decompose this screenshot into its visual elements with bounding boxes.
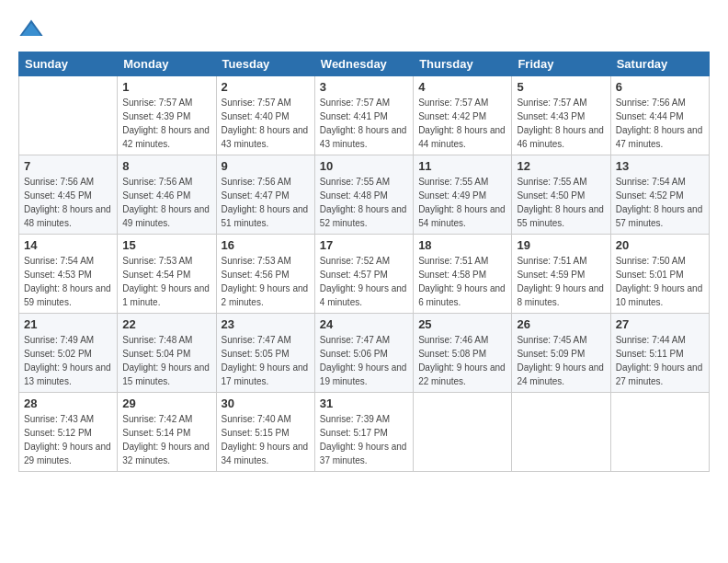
- day-cell: [414, 393, 512, 472]
- day-info: Sunrise: 7:55 AMSunset: 4:48 PMDaylight:…: [320, 175, 408, 230]
- logo: [18, 17, 48, 42]
- day-info: Sunrise: 7:57 AMSunset: 4:39 PMDaylight:…: [122, 96, 210, 151]
- day-number: 22: [122, 317, 210, 331]
- day-cell: 31Sunrise: 7:39 AMSunset: 5:17 PMDayligh…: [314, 393, 413, 472]
- day-number: 25: [418, 317, 506, 331]
- day-cell: 17Sunrise: 7:52 AMSunset: 4:57 PMDayligh…: [314, 235, 413, 314]
- day-number: 20: [616, 238, 704, 252]
- day-cell: 11Sunrise: 7:55 AMSunset: 4:49 PMDayligh…: [414, 155, 512, 235]
- week-row-3: 14Sunrise: 7:54 AMSunset: 4:53 PMDayligh…: [19, 235, 710, 314]
- day-number: 16: [222, 238, 310, 252]
- day-cell: [19, 76, 118, 155]
- day-number: 28: [24, 396, 112, 410]
- day-cell: 24Sunrise: 7:47 AMSunset: 5:06 PMDayligh…: [314, 314, 413, 393]
- day-number: 5: [517, 80, 605, 94]
- day-number: 23: [222, 317, 310, 331]
- day-cell: 6Sunrise: 7:56 AMSunset: 4:44 PMDaylight…: [610, 76, 709, 155]
- day-info: Sunrise: 7:57 AMSunset: 4:41 PMDaylight:…: [320, 96, 408, 151]
- day-cell: 13Sunrise: 7:54 AMSunset: 4:52 PMDayligh…: [610, 155, 709, 235]
- day-cell: 30Sunrise: 7:40 AMSunset: 5:15 PMDayligh…: [216, 393, 314, 472]
- day-info: Sunrise: 7:53 AMSunset: 4:54 PMDaylight:…: [122, 254, 210, 309]
- day-info: Sunrise: 7:57 AMSunset: 4:43 PMDaylight:…: [517, 96, 605, 151]
- day-info: Sunrise: 7:55 AMSunset: 4:50 PMDaylight:…: [517, 175, 605, 230]
- day-number: 19: [517, 238, 605, 252]
- day-header-saturday: Saturday: [610, 52, 709, 76]
- day-number: 26: [517, 317, 605, 331]
- day-info: Sunrise: 7:56 AMSunset: 4:47 PMDaylight:…: [222, 175, 310, 230]
- day-number: 7: [24, 159, 112, 173]
- day-cell: 8Sunrise: 7:56 AMSunset: 4:46 PMDaylight…: [118, 155, 216, 235]
- day-cell: 26Sunrise: 7:45 AMSunset: 5:09 PMDayligh…: [512, 314, 610, 393]
- day-cell: 4Sunrise: 7:57 AMSunset: 4:42 PMDaylight…: [414, 76, 512, 155]
- day-cell: 16Sunrise: 7:53 AMSunset: 4:56 PMDayligh…: [216, 235, 314, 314]
- day-cell: 2Sunrise: 7:57 AMSunset: 4:40 PMDaylight…: [216, 76, 314, 155]
- day-cell: 20Sunrise: 7:50 AMSunset: 5:01 PMDayligh…: [610, 235, 709, 314]
- day-number: 10: [320, 159, 408, 173]
- day-info: Sunrise: 7:47 AMSunset: 5:05 PMDaylight:…: [222, 333, 310, 388]
- day-header-thursday: Thursday: [414, 52, 512, 76]
- day-cell: 28Sunrise: 7:43 AMSunset: 5:12 PMDayligh…: [19, 393, 118, 472]
- day-number: 18: [418, 238, 506, 252]
- day-number: 6: [616, 80, 704, 94]
- day-number: 17: [320, 238, 408, 252]
- day-cell: 18Sunrise: 7:51 AMSunset: 4:58 PMDayligh…: [414, 235, 512, 314]
- week-row-2: 7Sunrise: 7:56 AMSunset: 4:45 PMDaylight…: [19, 155, 710, 235]
- day-info: Sunrise: 7:48 AMSunset: 5:04 PMDaylight:…: [122, 333, 210, 388]
- day-info: Sunrise: 7:39 AMSunset: 5:17 PMDaylight:…: [320, 412, 408, 467]
- day-info: Sunrise: 7:56 AMSunset: 4:46 PMDaylight:…: [122, 175, 210, 230]
- day-cell: 12Sunrise: 7:55 AMSunset: 4:50 PMDayligh…: [512, 155, 610, 235]
- day-header-wednesday: Wednesday: [314, 52, 413, 76]
- day-cell: 15Sunrise: 7:53 AMSunset: 4:54 PMDayligh…: [118, 235, 216, 314]
- day-number: 3: [320, 80, 408, 94]
- week-row-4: 21Sunrise: 7:49 AMSunset: 5:02 PMDayligh…: [19, 314, 710, 393]
- day-info: Sunrise: 7:52 AMSunset: 4:57 PMDaylight:…: [320, 254, 408, 309]
- day-number: 30: [222, 396, 310, 410]
- day-info: Sunrise: 7:45 AMSunset: 5:09 PMDaylight:…: [517, 333, 605, 388]
- day-number: 24: [320, 317, 408, 331]
- week-row-1: 1Sunrise: 7:57 AMSunset: 4:39 PMDaylight…: [19, 76, 710, 155]
- day-cell: 7Sunrise: 7:56 AMSunset: 4:45 PMDaylight…: [19, 155, 118, 235]
- day-cell: 9Sunrise: 7:56 AMSunset: 4:47 PMDaylight…: [216, 155, 314, 235]
- day-info: Sunrise: 7:57 AMSunset: 4:42 PMDaylight:…: [418, 96, 506, 151]
- day-number: 21: [24, 317, 112, 331]
- day-number: 14: [24, 238, 112, 252]
- day-number: 9: [222, 159, 310, 173]
- day-info: Sunrise: 7:42 AMSunset: 5:14 PMDaylight:…: [122, 412, 210, 467]
- day-cell: [610, 393, 709, 472]
- calendar-header-row: SundayMondayTuesdayWednesdayThursdayFrid…: [19, 52, 710, 76]
- day-cell: 27Sunrise: 7:44 AMSunset: 5:11 PMDayligh…: [610, 314, 709, 393]
- day-cell: 14Sunrise: 7:54 AMSunset: 4:53 PMDayligh…: [19, 235, 118, 314]
- day-info: Sunrise: 7:54 AMSunset: 4:52 PMDaylight:…: [616, 175, 704, 230]
- day-cell: 1Sunrise: 7:57 AMSunset: 4:39 PMDaylight…: [118, 76, 216, 155]
- day-info: Sunrise: 7:55 AMSunset: 4:49 PMDaylight:…: [418, 175, 506, 230]
- header: [18, 17, 710, 42]
- day-number: 1: [122, 80, 210, 94]
- day-cell: 19Sunrise: 7:51 AMSunset: 4:59 PMDayligh…: [512, 235, 610, 314]
- day-number: 8: [122, 159, 210, 173]
- day-info: Sunrise: 7:51 AMSunset: 4:59 PMDaylight:…: [517, 254, 605, 309]
- day-cell: 25Sunrise: 7:46 AMSunset: 5:08 PMDayligh…: [414, 314, 512, 393]
- page: SundayMondayTuesdayWednesdayThursdayFrid…: [0, 0, 728, 563]
- day-info: Sunrise: 7:56 AMSunset: 4:44 PMDaylight:…: [616, 96, 704, 151]
- day-info: Sunrise: 7:47 AMSunset: 5:06 PMDaylight:…: [320, 333, 408, 388]
- day-header-sunday: Sunday: [19, 52, 118, 76]
- day-cell: [512, 393, 610, 472]
- day-cell: 3Sunrise: 7:57 AMSunset: 4:41 PMDaylight…: [314, 76, 413, 155]
- day-number: 11: [418, 159, 506, 173]
- day-info: Sunrise: 7:49 AMSunset: 5:02 PMDaylight:…: [24, 333, 112, 388]
- day-info: Sunrise: 7:56 AMSunset: 4:45 PMDaylight:…: [24, 175, 112, 230]
- day-cell: 21Sunrise: 7:49 AMSunset: 5:02 PMDayligh…: [19, 314, 118, 393]
- day-header-tuesday: Tuesday: [216, 52, 314, 76]
- day-cell: 29Sunrise: 7:42 AMSunset: 5:14 PMDayligh…: [118, 393, 216, 472]
- day-number: 13: [616, 159, 704, 173]
- day-number: 27: [616, 317, 704, 331]
- day-number: 31: [320, 396, 408, 410]
- day-cell: 5Sunrise: 7:57 AMSunset: 4:43 PMDaylight…: [512, 76, 610, 155]
- day-info: Sunrise: 7:53 AMSunset: 4:56 PMDaylight:…: [222, 254, 310, 309]
- day-header-friday: Friday: [512, 52, 610, 76]
- day-number: 2: [222, 80, 310, 94]
- day-number: 12: [517, 159, 605, 173]
- day-number: 15: [122, 238, 210, 252]
- day-info: Sunrise: 7:54 AMSunset: 4:53 PMDaylight:…: [24, 254, 112, 309]
- day-info: Sunrise: 7:43 AMSunset: 5:12 PMDaylight:…: [24, 412, 112, 467]
